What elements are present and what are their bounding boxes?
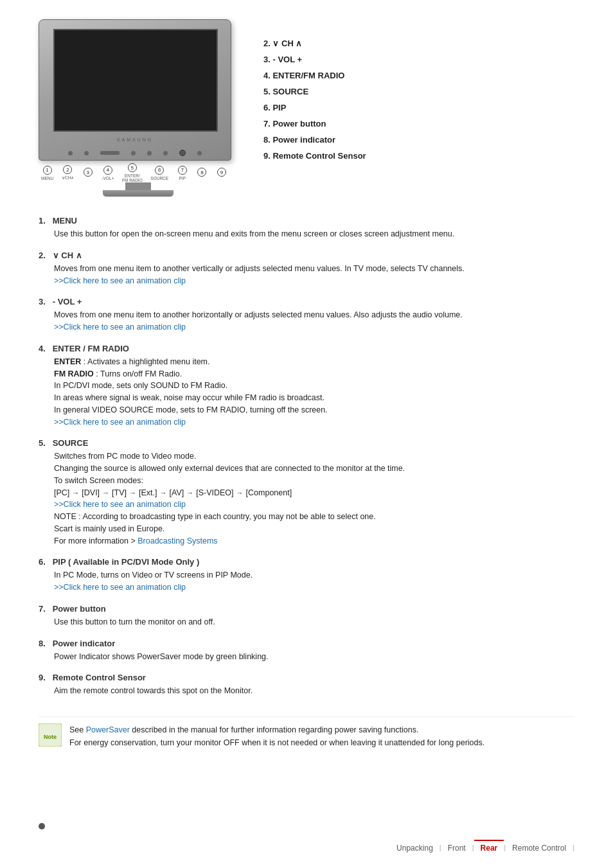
item-8-title: 8. Power indicator <box>39 639 574 648</box>
monitor-controls <box>39 150 231 156</box>
item-9-sensor: 9. Remote Control Sensor Aim the remote … <box>39 673 574 697</box>
item-4-enter-label: ENTER <box>54 357 81 366</box>
item-6-body: In PC Mode, turns on Video or TV screens… <box>54 569 574 594</box>
item-1-number: 1. <box>39 216 50 226</box>
label-6: 6. PIP <box>263 103 574 112</box>
nr-5: 5 ENTER/FM RADIO <box>122 163 143 182</box>
label-8: 8. Power indicator <box>263 135 574 145</box>
label-5: 5. SOURCE <box>263 87 574 96</box>
item-4-number: 4. <box>39 344 50 353</box>
nr-9: 9 <box>216 168 227 178</box>
item-9-heading: Remote Control Sensor <box>53 673 146 682</box>
note-icon-container: Note <box>39 723 62 747</box>
note-section: Note See PowerSaver described in the man… <box>39 716 574 756</box>
ctrl-btn-vol <box>100 151 120 155</box>
item-7-number: 7. <box>39 604 50 614</box>
nr-1: 1 MENU <box>41 166 53 181</box>
item-2-link[interactable]: >>Click here to see an animation clip <box>54 276 186 285</box>
label-7: 7. Power button <box>263 119 574 128</box>
note-text: See PowerSaver described in the manual f… <box>69 723 484 749</box>
ctrl-btn-sensor <box>197 151 202 155</box>
nr-2: 2 ∨CH∧ <box>62 165 74 181</box>
item-6-number: 6. <box>39 557 50 567</box>
svg-text:Note: Note <box>44 734 57 740</box>
item-5-source: 5. SOURCE Switches from PC mode to Video… <box>39 438 574 547</box>
item-8-number: 8. <box>39 639 50 648</box>
item-7-body: Use this button to turn the monitor on a… <box>54 616 574 628</box>
label-4: 4. ENTER/FM RADIO <box>263 71 574 80</box>
monitor-image-container: SAMSUNG <box>39 19 238 197</box>
ctrl-btn-pip <box>163 151 168 155</box>
monitor-front: SAMSUNG <box>39 19 231 161</box>
label-9: 9. Remote Control Sensor <box>263 151 574 161</box>
nav-unpacking[interactable]: Unpacking <box>390 840 440 855</box>
item-5-body: Switches from PC mode to Video mode. Cha… <box>54 450 574 547</box>
item-8-indicator: 8. Power indicator Power Indicator shows… <box>39 639 574 663</box>
item-6-pip: 6. PIP ( Available in PC/DVI Mode Only )… <box>39 557 574 594</box>
labels-panel: 2. ∨ CH ∧ 3. - VOL + 4. ENTER/FM RADIO 5… <box>263 19 574 167</box>
monitor-numbers-row: 1 MENU 2 ∨CH∧ 3 4 -VOL+ <box>39 163 230 182</box>
item-3-vol: 3. - VOL + Moves from one menu item to a… <box>39 297 574 333</box>
item-1-title: 1. MENU <box>39 216 574 226</box>
nr-8: 8 <box>196 168 208 178</box>
item-2-title: 2. ∨ CH ∧ <box>39 251 574 260</box>
ctrl-power-btn <box>179 150 186 156</box>
top-section: SAMSUNG <box>39 19 574 197</box>
item-8-heading: Power indicator <box>53 639 116 648</box>
nav-remote-control[interactable]: Remote Control <box>506 840 573 855</box>
item-3-heading: - VOL + <box>53 297 82 306</box>
item-3-title: 3. - VOL + <box>39 297 574 306</box>
powersaver-link[interactable]: PowerSaver <box>86 725 130 734</box>
item-7-power: 7. Power button Use this button to turn … <box>39 604 574 628</box>
item-5-heading: SOURCE <box>53 438 89 448</box>
item-8-body: Power Indicator shows PowerSaver mode by… <box>54 651 574 663</box>
dot-indicator <box>39 823 45 829</box>
item-3-link[interactable]: >>Click here to see an animation clip <box>54 323 186 332</box>
ctrl-btn-1 <box>68 151 73 155</box>
item-3-body: Moves from one menu item to another hori… <box>54 309 574 333</box>
label-3: 3. - VOL + <box>263 55 574 64</box>
item-7-title: 7. Power button <box>39 604 574 614</box>
item-6-link[interactable]: >>Click here to see an animation clip <box>54 583 186 592</box>
label-2: 2. ∨ CH ∧ <box>263 39 574 48</box>
ctrl-btn-enter <box>131 151 136 155</box>
arrow-row: [PC] → [DVI] → [TV] → [Ext.] → [AV] → [S… <box>54 487 574 499</box>
item-2-body: Moves from one menu item to another vert… <box>54 263 574 287</box>
item-1-heading: MENU <box>53 216 77 226</box>
item-4-enter: 4. ENTER / FM RADIO ENTER : Activates a … <box>39 344 574 429</box>
item-4-link[interactable]: >>Click here to see an animation clip <box>54 418 186 427</box>
item-5-title: 5. SOURCE <box>39 438 574 448</box>
ctrl-btn-source <box>147 151 152 155</box>
nr-7: 7 PIP <box>177 166 188 181</box>
item-4-fm-label: FM RADIO <box>54 369 94 378</box>
nav-rear[interactable]: Rear <box>474 840 504 855</box>
content-section: 1. MENU Use this button for open the on-… <box>39 216 574 697</box>
monitor-screen <box>53 29 218 132</box>
ctrl-btn-2 <box>84 151 89 155</box>
item-1-menu: 1. MENU Use this button for open the on-… <box>39 216 574 240</box>
item-6-title: 6. PIP ( Available in PC/DVI Mode Only ) <box>39 557 574 567</box>
monitor-stand <box>39 182 238 197</box>
item-7-heading: Power button <box>53 604 106 614</box>
nav-front[interactable]: Front <box>441 840 472 855</box>
item-2-number: 2. <box>39 251 50 260</box>
item-2-ch: 2. ∨ CH ∧ Moves from one menu item to an… <box>39 251 574 287</box>
monitor-wrap: SAMSUNG <box>39 19 238 197</box>
item-9-title: 9. Remote Control Sensor <box>39 673 574 682</box>
broadcasting-systems-link[interactable]: Broadcasting Systems <box>138 536 217 545</box>
item-9-number: 9. <box>39 673 50 682</box>
item-5-number: 5. <box>39 438 50 448</box>
item-3-number: 3. <box>39 297 50 306</box>
item-2-heading: ∨ CH ∧ <box>53 251 82 260</box>
item-1-body: Use this button for open the on-screen m… <box>54 228 574 240</box>
item-4-heading: ENTER / FM RADIO <box>53 344 129 353</box>
item-6-heading: PIP ( Available in PC/DVI Mode Only ) <box>53 557 200 567</box>
nr-3: 3 <box>82 168 94 178</box>
item-9-body: Aim the remote control towards this spot… <box>54 685 574 697</box>
item-4-body: ENTER : Activates a highlighted menu ite… <box>54 356 574 429</box>
bottom-nav: Unpacking | Front | Rear | Remote Contro… <box>390 840 574 855</box>
note-icon: Note <box>39 723 62 747</box>
nr-6: 6 SOURCE <box>150 166 168 181</box>
item-5-link[interactable]: >>Click here to see an animation clip <box>54 500 186 509</box>
item-4-title: 4. ENTER / FM RADIO <box>39 344 574 353</box>
